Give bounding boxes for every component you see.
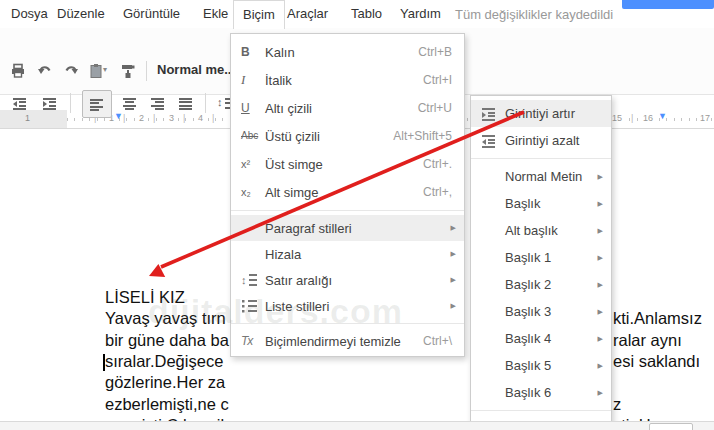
menu-item-shortcut: Ctrl+U [418,101,452,115]
document-text-left[interactable]: gözlerine.Her za [105,373,225,392]
menu-item-label: Üstü çizili [265,129,393,144]
menu-item-icon [481,107,505,121]
submenu-item[interactable]: Başlık 3 ▶ [471,298,611,325]
scrollbar-thumb[interactable] [649,423,693,430]
menu-item-label: Üst simge [265,157,423,172]
menu-item-shortcut: Ctrl+, [423,185,452,199]
document-text-right[interactable]: ralar aynı [613,331,682,350]
menu-item-icon: x² [241,157,265,171]
horizontal-scrollbar[interactable] [0,421,714,430]
format-menu-item[interactable]: x² Üst simge Ctrl+. [231,150,464,178]
menubar-item[interactable]: Yardım [391,0,450,27]
menu-item-shortcut: Ctrl+\ [423,334,452,348]
decrease-indent-icon[interactable] [8,91,32,115]
format-menu-item[interactable]: Hizala ▶ [231,241,464,267]
format-menu-item[interactable]: Liste stilleri ▶ [231,293,464,319]
menubar: Dosya Düzenle Görüntüle Ekle Biçim Araçl… [0,0,714,28]
align-left-icon[interactable] [82,90,112,118]
menu-item-icon [241,247,265,261]
format-menu-item[interactable]: Tx Biçimlendirmeyi temizle Ctrl+\ [231,328,464,354]
document-text-left[interactable]: bir güne daha ba [105,331,229,350]
ruler-mark: ▼ [658,111,667,121]
menu-item-label: Başlık 6 [505,385,594,400]
submenu-arrow-icon: ▶ [598,335,603,343]
submenu-arrow-icon: ▶ [451,276,456,284]
document-text-left[interactable]: ezberlemişti,ne c [105,395,229,414]
paste-dropdown-caret-icon[interactable]: ▾ [103,65,107,74]
menu-item-label: Biçimlendirmeyi temizle [265,334,423,349]
document-text-right[interactable]: kti.Anlamsız [613,309,702,328]
submenu-item[interactable]: Başlık 2 ▶ [471,271,611,298]
submenu-item[interactable]: Normal Metin ▶ [471,163,611,190]
format-menu-item[interactable]: Satır aralığı ▶ [231,267,464,293]
menu-item-icon [481,134,505,148]
document-text-left[interactable]: Yavaş yavaş tırn [105,309,226,328]
menu-item-label: Başlık 3 [505,304,594,319]
format-menu-item[interactable]: B Kalın Ctrl+B [231,38,464,66]
format-menu-item[interactable]: x₂ Alt simge Ctrl+, [231,178,464,206]
format-menu: B Kalın Ctrl+B I İtalik Ctrl+I U Altı çi… [230,33,465,357]
document-text-right[interactable]: z [613,395,621,414]
menu-item-label: Liste stilleri [265,299,447,314]
submenu-arrow-icon: ▶ [451,250,456,258]
redo-icon[interactable] [59,59,83,83]
submenu-item[interactable] [471,158,611,159]
submenu-item[interactable]: Başlık 4 ▶ [471,325,611,352]
format-menu-item[interactable] [231,210,464,211]
increase-indent-icon[interactable] [38,91,62,115]
print-icon[interactable] [6,59,30,83]
document-text-left[interactable]: LİSELİ KIZ [105,288,185,307]
submenu-item[interactable]: Başlık 1 ▶ [471,244,611,271]
format-menu-item[interactable] [231,323,464,324]
document-text-left[interactable]: sıralar.Değişece [105,352,223,371]
submenu-item[interactable] [471,410,611,411]
menu-item-label: Normal Metin [505,169,594,184]
menu-item-icon [481,359,505,373]
menubar-item[interactable]: Biçim [233,0,285,29]
format-menu-item[interactable]: U Altı çizili Ctrl+U [231,94,464,122]
share-button[interactable] [622,0,714,9]
submenu-item[interactable]: Başlık 5 ▶ [471,352,611,379]
menu-item-icon [481,278,505,292]
menu-item-shortcut: Ctrl+B [418,45,452,59]
format-menu-item[interactable]: Abc Üstü çizili Alt+Shift+5 [231,122,464,150]
menu-item-icon [241,273,265,287]
paragraph-style-dropdown[interactable]: Normal me... [157,62,235,77]
menu-item-icon [481,251,505,265]
justify-icon[interactable] [174,91,198,115]
save-status-text: Tüm değişiklikler kaydedildi [455,7,613,22]
format-menu-item[interactable]: I İtalik Ctrl+I [231,66,464,94]
menu-item-label: Girintiyi artır [505,106,599,121]
submenu-item[interactable]: Başlık 6 ▶ [471,379,611,406]
menu-item-icon: I [241,73,265,87]
menubar-item[interactable]: Düzenle [48,0,114,27]
align-right-icon[interactable] [146,91,170,115]
menubar-item[interactable]: Tablo [342,0,391,27]
menu-item-label: İtalik [265,73,423,88]
undo-icon[interactable] [33,59,57,83]
paint-format-icon[interactable] [116,59,140,83]
submenu-item[interactable]: Alt başlık ▶ [471,217,611,244]
align-center-icon[interactable] [118,91,142,115]
menu-item-icon [481,197,505,211]
menu-item-label: Alt başlık [505,223,594,238]
menubar-item[interactable]: Görüntüle [114,0,189,27]
submenu-arrow-icon: ▶ [598,389,603,397]
submenu-item[interactable]: Girintiyi azalt [471,127,611,154]
menu-item-icon [471,410,495,411]
text-cursor [103,354,105,371]
submenu-arrow-icon: ▶ [598,362,603,370]
document-text-right[interactable]: esi saklandı [613,352,700,371]
submenu-arrow-icon: ▶ [598,227,603,235]
menu-item-icon: Abc [241,129,265,143]
menu-item-shortcut: Alt+Shift+5 [393,129,452,143]
submenu-item[interactable]: Başlık ▶ [471,190,611,217]
menubar-item[interactable]: Ekle [194,0,237,27]
submenu-item[interactable]: Girintiyi artır [471,100,611,127]
menubar-item[interactable]: Araçlar [278,0,337,27]
format-menu-item[interactable]: Paragraf stilleri ▶ [231,215,464,241]
menu-item-icon [471,158,495,159]
toolbar-separator [146,61,147,81]
submenu-arrow-icon: ▶ [598,173,603,181]
menu-item-icon [231,210,255,211]
